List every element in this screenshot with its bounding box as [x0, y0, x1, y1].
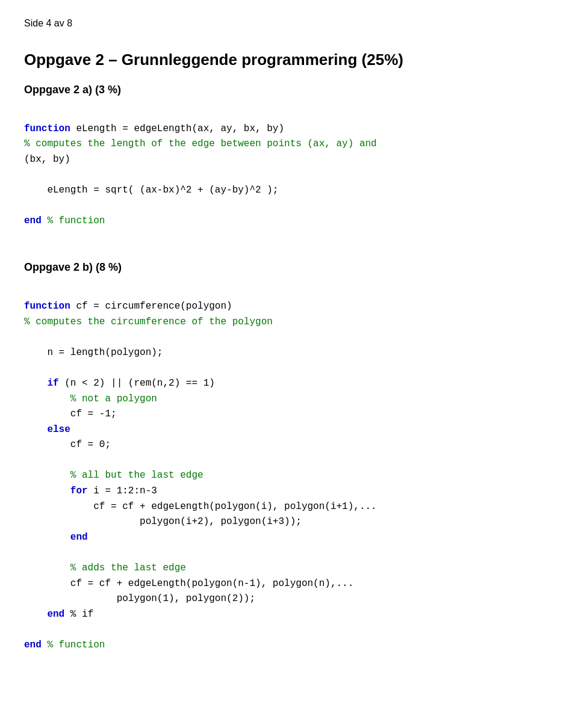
part-a-label: Oppgave 2 a) (3 %) — [24, 84, 554, 96]
main-title: Oppgave 2 – Grunnleggende programmering … — [24, 51, 554, 69]
part-a-code: function eLength = edgeLength(ax, ay, bx… — [24, 106, 554, 244]
part-b-label: Oppgave 2 b) (8 %) — [24, 261, 554, 274]
page-label: Side 4 av 8 — [24, 18, 72, 28]
part-b-code: function cf = circumference(polygon) % c… — [24, 283, 554, 668]
page-header: Side 4 av 8 — [24, 18, 554, 29]
